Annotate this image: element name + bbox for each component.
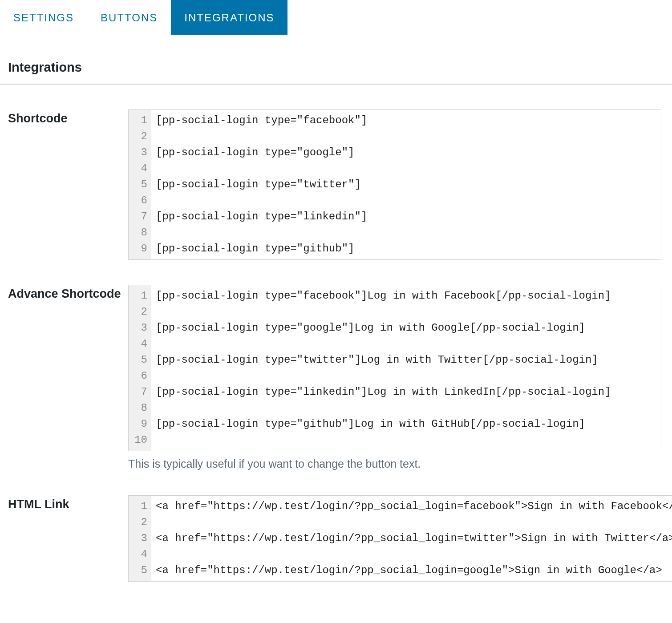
field-shortcode: Shortcode 123456789 [pp-social-login typ…	[0, 85, 672, 260]
code-editor-html-link[interactable]: 12345 <a href="https://wp.test/login/?pp…	[128, 495, 672, 582]
section-header: Integrations	[0, 35, 672, 85]
code-editor-shortcode[interactable]: 123456789 [pp-social-login type="faceboo…	[128, 109, 661, 260]
field-advance-shortcode: Advance Shortcode 12345678910 [pp-social…	[0, 260, 672, 470]
tab-buttons[interactable]: BUTTONS	[87, 0, 171, 35]
field-label-shortcode: Shortcode	[8, 109, 128, 126]
line-number-gutter: 123456789	[129, 110, 151, 259]
field-label-html-link: HTML Link	[8, 495, 128, 512]
code-content[interactable]: [pp-social-login type="facebook"][pp-soc…	[151, 110, 661, 259]
code-content[interactable]: [pp-social-login type="facebook"]Log in …	[151, 285, 661, 451]
line-number-gutter: 12345678910	[129, 285, 151, 451]
tab-integrations[interactable]: INTEGRATIONS	[171, 0, 287, 35]
field-label-advance-shortcode: Advance Shortcode	[8, 285, 128, 302]
helper-text-advance-shortcode: This is typically useful if you want to …	[128, 457, 661, 470]
section-title: Integrations	[8, 60, 672, 75]
tab-bar: SETTINGS BUTTONS INTEGRATIONS	[0, 0, 672, 35]
code-content[interactable]: <a href="https://wp.test/login/?pp_socia…	[151, 496, 672, 581]
code-editor-advance-shortcode[interactable]: 12345678910 [pp-social-login type="faceb…	[128, 285, 661, 451]
field-html-link: HTML Link 12345 <a href="https://wp.test…	[0, 470, 672, 582]
line-number-gutter: 12345	[129, 496, 151, 581]
tab-settings[interactable]: SETTINGS	[0, 0, 87, 35]
